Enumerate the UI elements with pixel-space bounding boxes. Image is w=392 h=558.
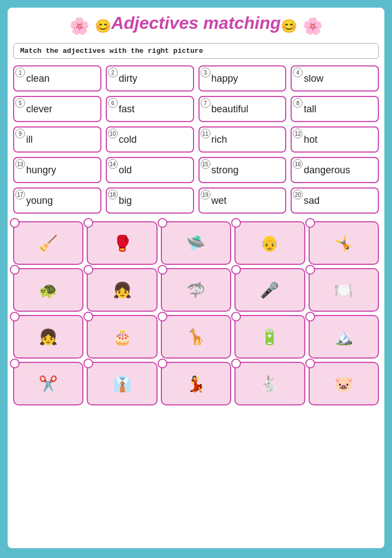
adj-cell-5: 5clever	[13, 96, 101, 122]
pic-cell-15: 🏔️	[309, 315, 379, 359]
adj-cell-3: 3happy	[198, 65, 287, 92]
pic-cell-19: 🐇	[234, 362, 305, 405]
pic-emoji: 🤸	[334, 234, 353, 252]
adj-word: clean	[26, 73, 50, 84]
adj-cell-15: 15strong	[198, 157, 287, 183]
adj-number: 17	[15, 190, 25, 199]
adj-number: 7	[201, 98, 210, 108]
pic-emoji: 🐷	[334, 375, 353, 393]
pic-circle	[158, 312, 167, 322]
page-title: Adjectives matching	[111, 13, 281, 33]
pic-circle	[158, 265, 167, 275]
adj-word: big	[119, 195, 132, 207]
adj-number: 15	[201, 159, 210, 169]
pic-cell-1: 🧹	[13, 221, 83, 265]
pic-emoji: 💃	[186, 375, 206, 393]
pic-emoji: 🐢	[39, 281, 58, 299]
adj-number: 9	[15, 129, 25, 138]
pic-emoji: ✂️	[39, 375, 58, 393]
pic-emoji: 🔋	[260, 328, 279, 346]
adj-number: 19	[201, 190, 210, 199]
pic-cell-17: 👔	[87, 362, 157, 405]
adj-cell-17: 17young	[13, 187, 101, 214]
pic-circle	[158, 218, 167, 228]
pic-circle	[10, 265, 20, 275]
adj-cell-16: 16dangerous	[291, 157, 379, 183]
pic-circle	[305, 312, 315, 322]
adj-cell-1: 1clean	[13, 65, 101, 92]
adj-word: sad	[304, 195, 319, 207]
pic-emoji: 🎤	[260, 281, 279, 299]
pic-circle	[10, 218, 20, 228]
pic-cell-9: 🎤	[234, 268, 305, 312]
pic-circle	[83, 312, 93, 322]
pic-cell-16: ✂️	[13, 362, 83, 405]
pic-cell-4: 👴	[234, 221, 305, 265]
adj-number: 10	[108, 129, 118, 138]
pic-circle	[83, 359, 93, 368]
adj-cell-11: 11rich	[198, 126, 287, 153]
pic-circle	[83, 218, 93, 228]
pic-cell-10: 🍽️	[309, 268, 379, 312]
adj-number: 4	[293, 68, 303, 77]
pic-emoji: 👧	[39, 328, 58, 346]
pic-emoji: 🐇	[260, 375, 279, 393]
adj-number: 20	[293, 190, 303, 199]
adj-cell-10: 10cold	[106, 126, 194, 153]
pic-cell-3: 🛸	[161, 221, 231, 265]
adj-word: hot	[304, 134, 317, 145]
pic-circle	[305, 265, 315, 275]
title-row: 🌸 😊 Adjectives matching 😊 🌸	[13, 13, 379, 39]
adj-cell-2: 2dirty	[106, 65, 194, 92]
adj-word: fast	[119, 104, 135, 115]
pic-circle	[231, 359, 241, 368]
pic-circle	[83, 265, 93, 275]
pic-circle	[305, 218, 315, 228]
smiley-left: 😊	[95, 19, 111, 34]
adj-number: 2	[108, 68, 118, 77]
pic-circle	[231, 265, 241, 275]
adj-number: 14	[108, 159, 118, 169]
flower-left: 🌸	[69, 16, 89, 35]
adj-cell-12: 12hot	[291, 126, 379, 153]
adj-word: dangerous	[304, 165, 350, 176]
pic-emoji: 🎂	[113, 328, 132, 346]
adj-number: 12	[293, 129, 303, 138]
adj-number: 13	[15, 159, 25, 169]
adj-word: clever	[26, 104, 52, 115]
pic-emoji: 🦈	[186, 281, 206, 299]
pic-cell-13: 🦒	[161, 315, 231, 359]
pic-emoji: 🛸	[186, 234, 206, 252]
adj-word: tall	[304, 104, 316, 115]
pic-cell-18: 💃	[161, 362, 231, 405]
pic-circle	[10, 312, 20, 322]
pic-circle	[231, 218, 241, 228]
adj-cell-13: 13hungry	[13, 157, 101, 183]
pic-emoji: 🥊	[113, 234, 132, 252]
adj-word: happy	[212, 73, 238, 84]
pic-cell-20: 🐷	[309, 362, 379, 405]
pic-circle	[305, 359, 315, 368]
pic-cell-8: 🦈	[161, 268, 231, 312]
adj-cell-20: 20sad	[291, 187, 379, 214]
instruction-box: Match the adjectives with the right pict…	[13, 43, 379, 59]
adjectives-grid: 1clean2dirty3happy4slow5clever6fast7beau…	[13, 65, 379, 214]
adj-number: 18	[108, 190, 118, 199]
adj-word: hungry	[26, 165, 56, 176]
adj-word: rich	[212, 134, 227, 145]
main-container: 🌸 😊 Adjectives matching 😊 🌸 Match the ad…	[5, 5, 387, 550]
adj-word: ill	[26, 134, 33, 145]
pic-emoji: 🧹	[39, 234, 58, 252]
pic-cell-11: 👧	[13, 315, 83, 359]
adj-number: 1	[15, 68, 25, 77]
pic-cell-5: 🤸	[309, 221, 379, 265]
pic-circle	[231, 312, 241, 322]
adj-number: 8	[293, 98, 303, 108]
pic-emoji: 👧	[113, 281, 132, 299]
adj-cell-19: 19wet	[198, 187, 287, 214]
adj-word: slow	[304, 73, 323, 84]
pic-cell-12: 🎂	[87, 315, 157, 359]
flower-right: 🌸	[303, 16, 323, 35]
pic-cell-2: 🥊	[87, 221, 157, 265]
pic-emoji: 🏔️	[334, 328, 353, 346]
